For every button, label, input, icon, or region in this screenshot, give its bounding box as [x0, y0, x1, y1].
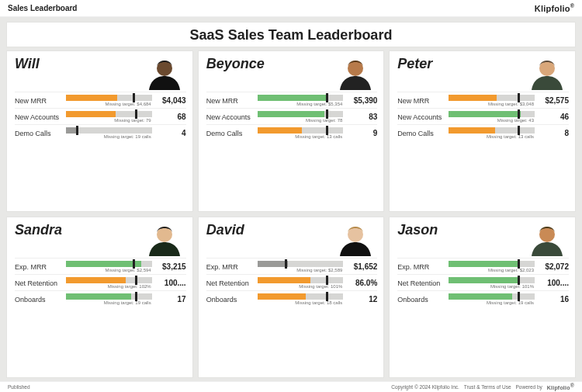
brand-logo: Klipfolio®	[535, 3, 574, 13]
progress-fill	[449, 95, 497, 101]
metric-value: 86.0%	[346, 279, 377, 287]
metric-row: New MRRMissing target: $5,354$5,390	[206, 92, 378, 106]
metrics-list: Exp. MRRMissing target: $2,589$1,652Net …	[206, 258, 378, 305]
target-tick	[518, 276, 520, 285]
leaderboard-card[interactable]: David Exp. MRRMissing target: $2,589$1,6…	[198, 217, 385, 378]
target-tick	[326, 93, 328, 102]
metric-bar-wrap: Missing target: 79	[66, 111, 152, 123]
metric-row: Demo CallsMissing target: 19 calls4	[15, 124, 186, 139]
metric-row: Net RetentionMissing target: 102%100....	[15, 274, 186, 289]
metric-row: OnboardsMissing target: 19 calls16	[397, 290, 569, 305]
card-header: Peter	[397, 56, 569, 92]
metric-row: Exp. MRRMissing target: $2,594$3,215	[15, 258, 186, 272]
metric-value: 12	[346, 295, 377, 304]
footer-terms[interactable]: Trust & Terms of Use	[464, 384, 511, 390]
leaderboard-card[interactable]: Beyonce New MRRMissing target: $5,354$5,…	[198, 50, 385, 212]
target-tick	[135, 292, 137, 301]
dashboard-window: Sales Leaderboard Klipfolio® SaaS Sales …	[0, 0, 582, 392]
metric-label: Exp. MRR	[206, 263, 255, 271]
metric-row: New AccountsMissing target: 4346	[397, 108, 569, 123]
progress-fill	[258, 127, 303, 134]
target-tick	[518, 292, 520, 301]
target-tick	[326, 292, 328, 301]
metric-bar-wrap: Missing target: $2,589	[258, 261, 344, 272]
progress-bar	[66, 293, 152, 300]
metric-value: $4,043	[155, 96, 186, 105]
metric-subnote: Missing target: $2,589	[258, 268, 344, 272]
footer-brand: Klipfolio®	[547, 383, 574, 390]
metric-row: Exp. MRRMissing target: $2,589$1,652	[206, 258, 378, 272]
metric-subnote: Missing target: 78	[258, 118, 344, 123]
person-name: Beyonce	[206, 56, 265, 72]
metric-label: Onboards	[15, 296, 63, 304]
metric-bar-wrap: Missing target: 19 calls	[66, 127, 152, 139]
metric-label: New Accounts	[206, 113, 255, 121]
target-tick	[76, 126, 78, 135]
metric-bar-wrap: Missing target: 13 calls	[258, 127, 344, 139]
metric-value: $5,390	[346, 96, 377, 105]
person-name: Sandra	[15, 222, 62, 238]
metric-value: 4	[155, 129, 186, 137]
target-tick	[518, 109, 520, 119]
progress-bar	[449, 293, 535, 300]
card-header: Beyonce	[206, 56, 378, 92]
metric-subnote: Missing target: 102%	[66, 284, 152, 289]
progress-fill	[258, 111, 324, 117]
metric-value: $3,215	[155, 262, 186, 271]
metric-row: Net RetentionMissing target: 101%86.0%	[206, 274, 378, 289]
metric-bar-wrap: Missing target: 101%	[258, 277, 344, 289]
footer-bar: Published Copyright © 2024 Klipfolio Inc…	[0, 381, 582, 392]
metric-value: 9	[346, 129, 377, 137]
metric-label: Onboards	[397, 296, 445, 304]
avatar	[525, 56, 569, 90]
target-tick	[135, 109, 137, 119]
card-header: Will	[15, 56, 186, 92]
card-grid: Will New MRRMissing target: $4,684$4,043…	[6, 50, 576, 378]
progress-fill	[258, 293, 306, 300]
progress-fill	[449, 111, 521, 117]
metric-label: Onboards	[206, 296, 255, 304]
metric-value: 83	[346, 113, 377, 121]
metric-bar-wrap: Missing target: 18 calls	[258, 293, 344, 305]
metric-value: 17	[155, 295, 186, 304]
top-bar: Sales Leaderboard Klipfolio®	[0, 0, 582, 17]
metric-subnote: Missing target: $2,594	[66, 268, 152, 272]
metric-label: Net Retention	[15, 279, 63, 287]
person-name: David	[206, 222, 244, 238]
metric-row: Exp. MRRMissing target: $2,023$2,072	[397, 258, 569, 272]
metric-value: 46	[538, 113, 569, 121]
metric-subnote: Missing target: 18 calls	[258, 300, 344, 305]
leaderboard-card[interactable]: Peter New MRRMissing target: $3,048$2,57…	[389, 50, 576, 212]
leaderboard-card[interactable]: Jason Exp. MRRMissing target: $2,023$2,0…	[389, 217, 576, 378]
progress-fill	[258, 95, 328, 101]
metric-bar-wrap: Missing target: 43	[449, 111, 535, 123]
metric-bar-wrap: Missing target: 19 calls	[449, 293, 535, 305]
metric-row: New AccountsMissing target: 7883	[206, 108, 378, 123]
metric-bar-wrap: Missing target: $2,594	[66, 261, 152, 272]
metric-row: New AccountsMissing target: 7968	[15, 108, 186, 123]
dashboard-title: SaaS Sales Team Leaderboard	[6, 22, 576, 47]
metric-row: Demo CallsMissing target: 13 calls8	[397, 124, 569, 139]
metric-value: $2,575	[538, 96, 569, 105]
metric-label: Demo Calls	[15, 130, 63, 137]
person-name: Will	[15, 56, 40, 72]
person-name: Jason	[397, 222, 438, 238]
metric-label: New MRR	[397, 97, 445, 105]
metric-value: 16	[538, 295, 569, 304]
footer-powered: Powered by	[516, 384, 542, 390]
metric-bar-wrap: Missing target: 102%	[66, 277, 152, 289]
leaderboard-card[interactable]: Will New MRRMissing target: $4,684$4,043…	[6, 50, 193, 212]
target-tick	[326, 126, 328, 135]
metric-label: New MRR	[206, 97, 255, 105]
metric-bar-wrap: Missing target: 78	[258, 111, 344, 123]
metric-subnote: Missing target: 19 calls	[66, 300, 152, 305]
target-tick	[518, 126, 520, 135]
person-name: Peter	[397, 56, 432, 72]
metric-subnote: Missing target: 101%	[449, 284, 535, 289]
progress-fill	[258, 261, 289, 267]
metrics-list: New MRRMissing target: $5,354$5,390New A…	[206, 92, 378, 139]
metric-value: $1,652	[346, 262, 377, 271]
leaderboard-card[interactable]: Sandra Exp. MRRMissing target: $2,594$3,…	[6, 217, 193, 378]
metric-bar-wrap: Missing target: $5,354	[258, 95, 344, 106]
page-title: Sales Leaderboard	[8, 4, 77, 12]
